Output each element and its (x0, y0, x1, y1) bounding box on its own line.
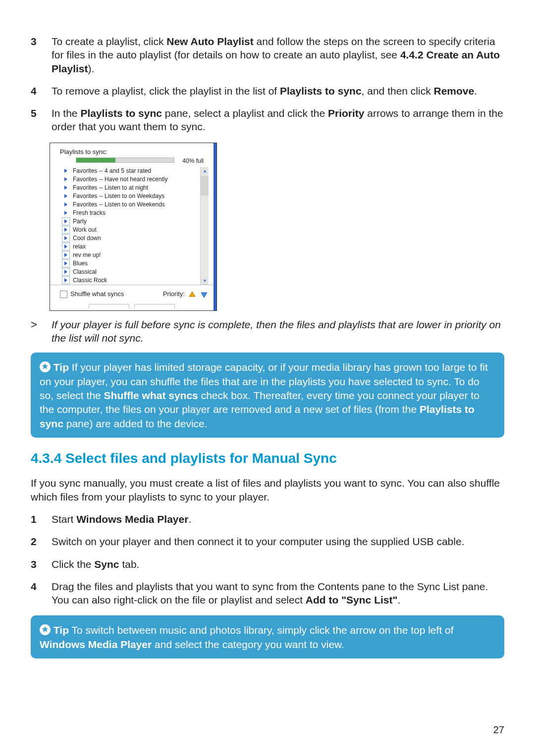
tip-body: To switch between music and photos libra… (40, 624, 454, 650)
bold-text: Windows Media Player (76, 513, 188, 525)
list-number: 4 (31, 84, 43, 98)
fig-partial-button-2[interactable] (134, 304, 175, 308)
text: and select the category you want to view… (152, 639, 344, 650)
fig-playlist-label: relax (73, 243, 86, 251)
fig-playlist-row[interactable]: Cool down (62, 234, 200, 243)
text: To switch between music and photos libra… (71, 624, 453, 636)
fig-playlist-label: Blues (73, 259, 88, 268)
fig-playlist-row[interactable]: Favorites -- 4 and 5 star rated (62, 167, 200, 175)
text: tab. (119, 558, 140, 570)
fig-playlist-label: Favorites -- Listen to at night (73, 184, 148, 192)
fig-scrollbar[interactable]: ▴ ▾ (200, 167, 209, 285)
bold-text: Playlists to sync (280, 85, 362, 97)
sync-playlists-screenshot: Playlists to sync: 40% full Favorites --… (50, 143, 217, 311)
list-item: 1Start Windows Media Player. (31, 512, 504, 526)
list-body: In the Playlists to sync pane, select a … (52, 106, 504, 134)
checkbox-icon[interactable] (60, 291, 67, 298)
fig-playlist-row[interactable]: Party (62, 217, 200, 226)
play-icon (62, 259, 70, 267)
fig-playlist-label: Cool down (73, 234, 101, 243)
list-item: 5In the Playlists to sync pane, select a… (31, 106, 504, 134)
play-icon (62, 217, 70, 225)
scroll-thumb[interactable] (201, 176, 209, 196)
list-item: 3Click the Sync tab. (31, 557, 504, 571)
text: , and then click (362, 85, 434, 97)
fig-playlist-label: Favorites -- 4 and 5 star rated (73, 167, 151, 175)
play-icon (62, 276, 70, 284)
list-body: Switch on your player and then connect i… (52, 535, 504, 548)
list-number: 3 (31, 35, 43, 75)
priority-down-icon[interactable] (200, 290, 209, 299)
fig-playlist-label: Classical (73, 268, 97, 276)
tip-box-2: Tip To switch between music and photos l… (31, 615, 504, 658)
text: Click the (52, 558, 94, 570)
bold-text: Sync (94, 558, 119, 570)
svg-marker-0 (189, 292, 195, 297)
fig-playlist-row[interactable]: Work out (62, 226, 200, 234)
play-icon (62, 184, 70, 192)
list-item: 4To remove a playlist, click the playlis… (31, 84, 504, 98)
gt-mark: > (31, 318, 43, 345)
fig-playlist-row[interactable]: Favorites -- Have not heard recently (62, 175, 200, 184)
list-body: Click the Sync tab. (52, 557, 504, 571)
section-heading: 4.3.4 Select files and playlists for Man… (31, 450, 504, 467)
fig-bottom-buttons (50, 304, 214, 310)
play-icon (62, 234, 70, 242)
fig-title: Playlists to sync: (50, 148, 214, 157)
fig-percent: 40% full (182, 157, 209, 165)
fig-playlist-row[interactable]: relax (62, 243, 200, 251)
fig-playlist-label: Favorites -- Have not heard recently (73, 175, 167, 184)
page: 3To create a playlist, click New Auto Pl… (0, 0, 535, 756)
fig-playlist-label: Fresh tracks (73, 209, 106, 217)
list-body: To remove a playlist, click the playlist… (52, 84, 504, 98)
fig-playlist-row[interactable]: Blues (62, 259, 200, 268)
text: To remove a playlist, click the playlist… (52, 85, 280, 97)
play-icon (62, 192, 70, 200)
list-item: 4Drag the files and playlists that you w… (31, 580, 504, 607)
text: . (188, 513, 191, 525)
section-intro: If you sync manually, you must create a … (31, 476, 504, 504)
list-body: Start Windows Media Player. (52, 512, 504, 526)
list-number: 5 (31, 106, 43, 134)
fig-playlist-label: Favorites -- Listen to on Weekends (73, 201, 165, 209)
text: . (397, 594, 400, 605)
play-icon (62, 175, 70, 183)
fig-playlist-row[interactable]: Fresh tracks (62, 209, 200, 217)
bold-text: Priority (328, 107, 365, 119)
fig-priority-label: Priority: (163, 290, 185, 299)
fig-playlist-row[interactable]: rev me up! (62, 251, 200, 259)
text: Switch on your player and then connect i… (52, 536, 464, 547)
text: To create a playlist, click (52, 36, 166, 47)
priority-note: > If your player is full before sync is … (31, 318, 504, 345)
play-icon (62, 251, 70, 259)
fig-playlist-row[interactable]: Classical (62, 268, 200, 276)
fig-shuffle-checkbox[interactable]: Shuffle what syncs (60, 290, 124, 299)
fig-playlist-label: Party (73, 217, 87, 226)
priority-up-icon[interactable] (188, 290, 197, 299)
play-icon (62, 167, 70, 175)
fig-playlist-label: Favorites -- Listen to on Weekdays (73, 192, 164, 201)
tip-body: If your player has limited storage capac… (40, 361, 488, 429)
play-icon (62, 268, 70, 276)
tip-icon (40, 624, 51, 635)
scroll-down-icon[interactable]: ▾ (201, 277, 209, 285)
fig-playlist-row[interactable]: Favorites -- Listen to on Weekends (62, 201, 200, 209)
fig-playlist-row[interactable]: Favorites -- Listen to at night (62, 184, 200, 192)
list-number: 3 (31, 557, 43, 571)
list-number: 2 (31, 535, 43, 548)
tip-label: Tip (54, 624, 69, 636)
fig-playlist-row[interactable]: Classic Rock (62, 276, 200, 285)
text: pane) are added to the device. (63, 418, 208, 429)
play-icon (62, 243, 70, 251)
fig-list: Favorites -- 4 and 5 star ratedFavorites… (62, 167, 200, 285)
list-item: 3To create a playlist, click New Auto Pl… (31, 35, 504, 75)
fig-shuffle-label: Shuffle what syncs (70, 290, 124, 299)
scroll-up-icon[interactable]: ▴ (201, 167, 209, 175)
fig-priority: Priority: (163, 290, 209, 299)
bold-text: Shuffle what syncs (104, 390, 198, 401)
fig-partial-button-1[interactable] (89, 304, 129, 308)
bold-text: Add to "Sync List" (306, 594, 398, 605)
tip-box-1: Tip If your player has limited storage c… (31, 353, 504, 438)
fig-playlist-label: rev me up! (73, 251, 101, 259)
fig-playlist-row[interactable]: Favorites -- Listen to on Weekdays (62, 192, 200, 201)
